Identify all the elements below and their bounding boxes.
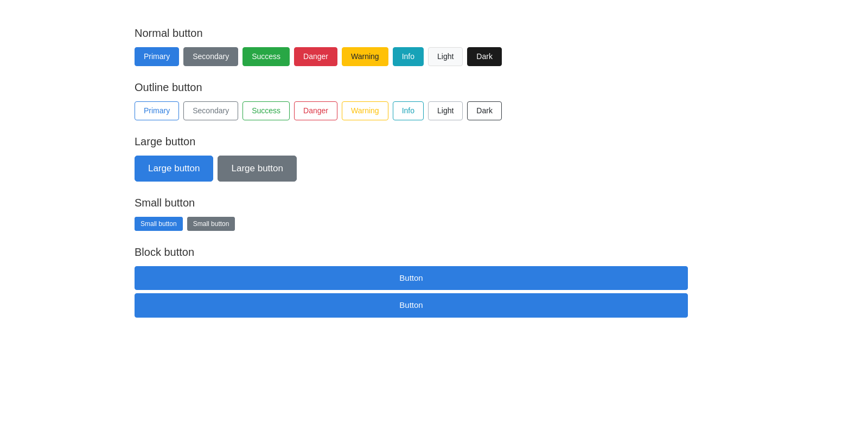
btn-primary[interactable]: Primary — [135, 47, 179, 66]
btn-info[interactable]: Info — [393, 47, 424, 66]
block-button-section: Block button Button Button — [135, 246, 688, 318]
btn-dark[interactable]: Dark — [467, 47, 502, 66]
btn-secondary[interactable]: Secondary — [183, 47, 238, 66]
normal-button-row: Primary Secondary Success Danger Warning… — [135, 47, 868, 66]
btn-small-secondary[interactable]: Small button — [187, 217, 235, 231]
btn-danger[interactable]: Danger — [294, 47, 337, 66]
small-button-section: Small button Small button Small button — [135, 197, 868, 231]
btn-outline-info[interactable]: Info — [393, 101, 424, 120]
btn-success[interactable]: Success — [242, 47, 290, 66]
outline-button-section: Outline button Primary Secondary Success… — [135, 81, 868, 120]
btn-warning[interactable]: Warning — [342, 47, 388, 66]
btn-block-2[interactable]: Button — [135, 293, 688, 318]
btn-outline-secondary[interactable]: Secondary — [183, 101, 238, 120]
btn-outline-light[interactable]: Light — [428, 101, 463, 120]
large-button-section: Large button Large button Large button — [135, 136, 868, 182]
btn-large-secondary[interactable]: Large button — [218, 156, 296, 182]
main-content: Normal button Primary Secondary Success … — [0, 0, 868, 360]
block-button-title: Block button — [135, 246, 688, 259]
small-button-title: Small button — [135, 197, 868, 209]
btn-outline-dark[interactable]: Dark — [467, 101, 502, 120]
btn-outline-primary[interactable]: Primary — [135, 101, 179, 120]
large-button-row: Large button Large button — [135, 156, 868, 182]
btn-light[interactable]: Light — [428, 47, 463, 66]
outline-button-title: Outline button — [135, 81, 868, 94]
btn-large-primary[interactable]: Large button — [135, 156, 213, 182]
large-button-title: Large button — [135, 136, 868, 148]
btn-block-1[interactable]: Button — [135, 266, 688, 291]
btn-outline-success[interactable]: Success — [242, 101, 290, 120]
btn-outline-danger[interactable]: Danger — [294, 101, 337, 120]
btn-small-primary[interactable]: Small button — [135, 217, 183, 231]
normal-button-section: Normal button Primary Secondary Success … — [135, 27, 868, 66]
btn-outline-warning[interactable]: Warning — [342, 101, 388, 120]
normal-button-title: Normal button — [135, 27, 868, 40]
outline-button-row: Primary Secondary Success Danger Warning… — [135, 101, 868, 120]
small-button-row: Small button Small button — [135, 217, 868, 231]
